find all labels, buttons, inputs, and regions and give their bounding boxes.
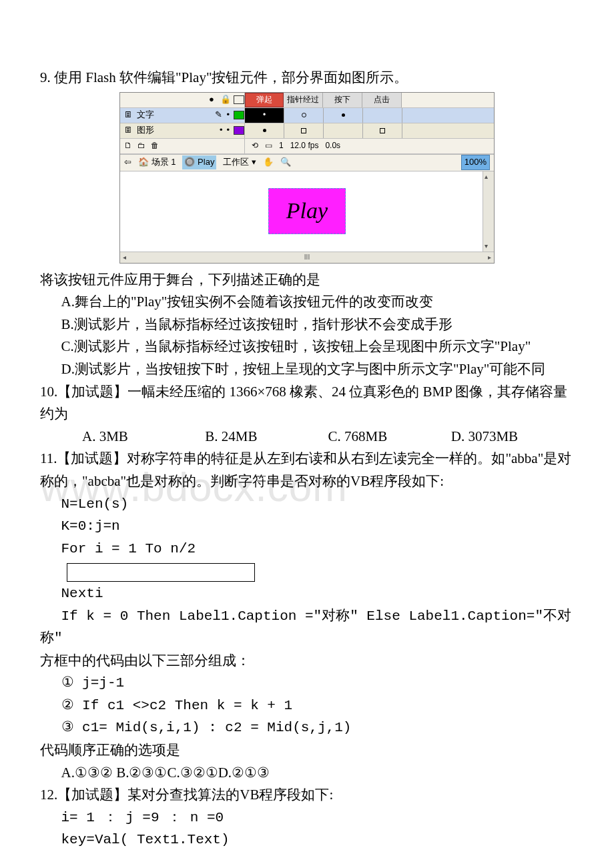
q9-prompt: 9. 使用 Flash 软件编辑"Play"按钮元件，部分界面如图所示。 [40, 67, 574, 89]
q11-code-5: If k = 0 Then Label1.Caption ="对称" Else … [40, 605, 574, 650]
layer-2-color [234, 126, 244, 135]
q9-opt-b: B.测试影片，当鼠标指标经过该按钮时，指针形状不会变成手形 [40, 314, 574, 336]
pencil-icon: ✎ [215, 108, 222, 122]
q10-c: C. 768MB [328, 426, 451, 448]
q11-code-3: For i = 1 To n/2 [40, 538, 574, 560]
q11-code-box-line [40, 560, 574, 582]
q9-opt-d: D.测试影片，当按钮按下时，按钮上呈现的文字与图中所示文字"Play"可能不同 [40, 358, 574, 381]
frame-2-1 [245, 123, 284, 138]
q11-prompt: 11.【加试题】对称字符串的特征是从左到右读和从右到左读完全一样的。如"abba… [40, 448, 574, 492]
state-down: 按下 [323, 93, 362, 107]
q12-code-1: i= 1 ： j =9 ： n =0 [40, 807, 574, 829]
q11-code-1: N=Len(s) [40, 493, 574, 516]
layer-2-name: 图形 [137, 123, 216, 137]
scene-link: 🏠 场景 1 [138, 155, 176, 169]
q11-code-4: Nexti [40, 582, 574, 605]
outline-icon [234, 95, 244, 104]
back-icon: ⇦ [124, 155, 131, 169]
zoom-icon: 🔍 [280, 155, 291, 169]
folder-icon: 🗀 [137, 139, 145, 152]
state-over: 指针经过 [284, 93, 323, 107]
fps: 12.0 fps [290, 139, 319, 152]
state-up: 弹起 [245, 93, 284, 107]
frame-num: 1 [279, 139, 284, 152]
time: 0.0s [325, 139, 340, 152]
q11-part-2: ② If c1 <>c2 Then k = k + 1 [40, 695, 574, 717]
q10-b: B. 24MB [205, 426, 328, 448]
frame-2-3 [324, 123, 363, 138]
frame-1-3 [324, 108, 363, 123]
q10-options: A. 3MB B. 24MB C. 768MB D. 3073MB [40, 426, 574, 448]
layer-icon: 🗏 [124, 108, 133, 122]
state-hit: 点击 [362, 93, 402, 107]
frame-2-2 [284, 123, 324, 138]
q12-prompt: 12.【加试题】某对分查找算法的VB程序段如下: [40, 784, 574, 807]
new-layer-icon: 🗋 [124, 139, 132, 152]
q10-prompt: 10.【加试题】一幅未经压缩的 1366×768 橡素、24 位真彩色的 BMP… [40, 381, 574, 426]
frame-1-2 [284, 108, 324, 123]
q9-opt-a: A.舞台上的"Play"按钮实例不会随着该按钮元件的改变而改变 [40, 291, 574, 314]
frame-2-4 [363, 123, 402, 138]
q10-d: D. 3073MB [451, 426, 574, 448]
layer-1-name: 文字 [137, 108, 211, 122]
q10-a: A. 3MB [82, 426, 205, 448]
code-blank-box [67, 563, 255, 582]
marker-icon: ▭ [265, 139, 272, 152]
trash-icon: 🗑 [151, 139, 159, 152]
lock-icon: 🔒 [220, 93, 230, 107]
onion-icon: ⟲ [252, 139, 258, 152]
q12-code-2: key=Val( Text1.Text) [40, 829, 574, 851]
q11-order-q: 代码顺序正确的选项是 [40, 739, 574, 762]
q11-framing: 方框中的代码由以下三部分组成： [40, 650, 574, 673]
zoom-value: 100% [461, 155, 490, 170]
q9-opt-c: C.测试影片，当鼠标指标经过该按钮时，该按钮上会呈现图中所示文字"Play" [40, 336, 574, 358]
hand-icon: ✋ [263, 155, 274, 169]
eye-icon: ● [207, 93, 216, 107]
q11-part-3: ③ c1= Mid(s,i,1) : c2 = Mid(s,j,1) [40, 717, 574, 739]
layer-icon-2: 🗏 [124, 123, 133, 137]
symbol-link: 🔘 Play [182, 155, 216, 169]
q11-opts: A.①③② B.②③①C.③②①D.②①③ [40, 762, 574, 785]
flash-screenshot: ● 🔒 弹起 指针经过 按下 点击 🗏 文字 ✎ [40, 92, 574, 264]
q9-after: 将该按钮元件应用于舞台，下列描述正确的是 [40, 269, 574, 292]
q11-part-1: ① j=j-1 [40, 672, 574, 695]
frame-1-1: • [245, 108, 284, 123]
layer-1-color [234, 111, 244, 119]
scrollbar-vertical [483, 171, 494, 252]
q11-code-2: K=0:j=n [40, 515, 574, 538]
frame-1-4 [363, 108, 402, 123]
workarea-dropdown: 工作区 ▾ [223, 155, 256, 169]
play-button-preview: Play [268, 188, 346, 234]
scrollbar-horizontal: ◂III▸ [120, 252, 494, 263]
